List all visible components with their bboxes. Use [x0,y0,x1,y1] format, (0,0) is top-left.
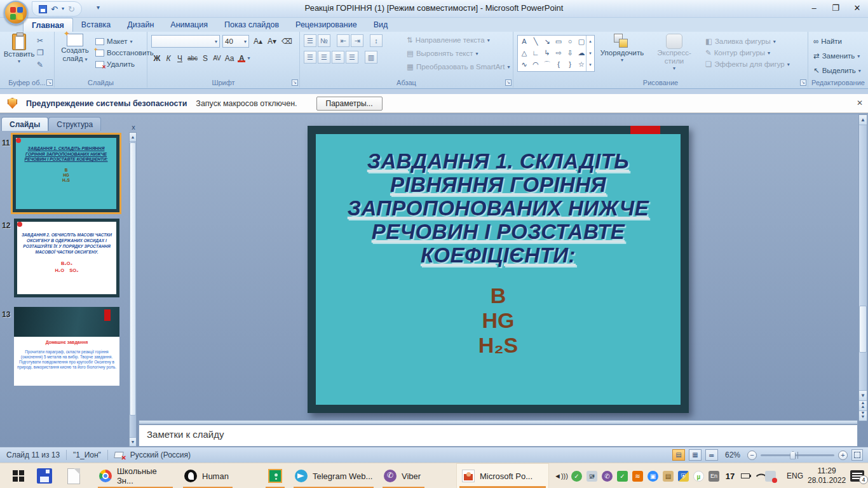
scroll-thumb[interactable] [859,306,867,353]
shapes-scroll-down-icon[interactable]: ▼ [587,48,594,60]
utorrent-icon[interactable]: µ [693,471,704,482]
strikethrough-button[interactable]: abc [186,52,200,64]
zoom-app-icon[interactable]: ▣ [648,471,658,482]
tab-design[interactable]: Дизайн [119,18,162,32]
align-center-button[interactable]: ☰ [318,51,330,64]
clock[interactable]: 11:29 28.01.2022 [808,466,846,485]
paste-button[interactable]: Вставить ▾ [3,34,36,64]
notes-pane[interactable]: Заметки к слайду [139,424,858,447]
notes-splitter[interactable] [139,420,858,424]
tab-outline[interactable]: Структура [48,117,101,131]
shape-arc-icon[interactable]: ◠ [530,59,541,71]
thumbnails-scroll-up-icon[interactable]: ▲ [130,133,136,142]
font-color-dropdown-icon[interactable]: ▾ [247,55,250,61]
align-left-button[interactable]: ☰ [304,51,316,64]
align-text-button[interactable]: ▤ Выровнять текст▾ [407,48,510,59]
select-button[interactable]: ↖Выделить▾ [813,65,861,76]
scroll-up-icon[interactable]: ▲ [859,115,867,125]
battery-icon[interactable] [741,471,752,482]
zoom-slider[interactable] [761,454,834,456]
numbering-button[interactable]: № [318,34,330,47]
defender-icon[interactable]: ⛨ [678,471,689,482]
copy-icon[interactable]: ❐ [37,48,44,58]
zoom-level[interactable]: 62% [722,451,743,459]
taskbar-classroom-app[interactable] [263,463,287,488]
shape-effects-button[interactable]: ❏ Эффекты для фигур▾ [705,58,790,70]
taskbar-floppy-app[interactable] [37,463,52,488]
shape-scribble-icon[interactable]: ∿ [519,59,530,71]
arrange-button[interactable]: Упорядочить ▾ [599,34,646,63]
shrink-font-icon[interactable]: А▾ [266,35,278,46]
slide-title[interactable]: ЗАВДАННЯ 1. СКЛАДІТЬ РІВНЯННЯ ГОРІННЯ ЗА… [318,149,678,267]
clipboard-tray-icon[interactable]: ▤ [663,471,674,482]
tab-animation[interactable]: Анимация [162,18,216,32]
text-direction-button[interactable]: ⇅ Направление текста▾ [407,34,510,46]
tab-insert[interactable]: Вставка [73,18,119,32]
slide-13-thumbnail[interactable]: Домашнє завдання Прочитати параграф, скл… [14,307,119,386]
close-button[interactable]: ✕ [846,0,868,18]
panel-close-icon[interactable]: x [129,123,138,131]
paragraph-dialog-launcher[interactable]: ↘ [505,79,512,86]
language-indicator[interactable]: Русский (Россия) [130,451,191,459]
increase-indent-button[interactable]: ⇥ [351,34,363,47]
shape-triangle-icon[interactable]: △ [519,48,530,59]
justify-button[interactable]: ☰ [346,51,358,64]
reset-button[interactable]: Восстановить [95,47,154,58]
sync-ok-icon[interactable]: ✓ [571,471,582,482]
clipboard-dialog-launcher[interactable]: ↘ [46,79,53,86]
shape-fill-button[interactable]: ◧ Заливка фигуры▾ [705,36,790,47]
counter-tray-icon[interactable]: 17 [724,471,736,482]
zoom-out-button[interactable]: − [747,451,757,460]
replace-button[interactable]: ⇄Заменить▾ [813,50,861,62]
text-shadow-button[interactable]: S [200,52,211,64]
slide-11-thumbnail[interactable]: ЗАВДАННЯ 1. СКЛАДІТЬ РІВНЯННЯ ГОРІННЯ ЗА… [13,135,119,212]
keyboard-language[interactable]: ENG [787,471,803,482]
delete-slide-button[interactable]: Удалить [95,58,154,70]
zoom-slider-thumb[interactable] [790,451,796,459]
slideshow-button[interactable]: 🝙 [705,449,718,461]
grow-font-icon[interactable]: А▴ [252,35,264,46]
character-spacing-button[interactable]: AV [211,52,223,64]
viber-tray-icon[interactable]: ✆ [602,471,613,482]
thumbnails-scroll-down-icon[interactable]: ▼ [130,437,136,446]
font-name-combo[interactable]: ▾ [151,35,220,48]
scroll-down-icon[interactable]: ▼ [859,390,867,400]
main-scrollbar[interactable]: ▲ ▼ ▲▲ ▼▼ [858,114,867,421]
bullets-button[interactable]: ☰ [304,34,316,47]
bold-button[interactable]: Ж [151,52,163,64]
spellcheck-icon[interactable]: ✕ [114,451,125,459]
font-color-button[interactable]: А [236,52,247,64]
volume-icon[interactable]: ◄))) [554,471,567,482]
underline-button[interactable]: Ч [174,52,186,64]
convert-smartart-button[interactable]: ▦ Преобразовать в SmartArt▾ [407,61,510,72]
shape-elbow-arrow-icon[interactable]: ↳ [541,48,553,59]
shape-right-arrow-icon[interactable]: ⇨ [553,48,564,59]
previous-slide-button[interactable]: ▲▲ [859,400,867,410]
format-painter-icon[interactable]: ✎ [37,60,44,70]
taskbar-viber-app[interactable]: ✆ Viber [380,463,427,488]
shapes-more-icon[interactable]: ▼ [587,59,594,71]
zoom-in-button[interactable]: + [838,451,848,460]
change-case-button[interactable]: Aa [223,52,236,64]
new-slide-button[interactable]: Создать слайд ▾ [57,34,93,64]
antivirus-shield-icon[interactable]: ✓ [617,471,628,482]
slide-canvas[interactable]: ЗАВДАННЯ 1. СКЛАДІТЬ РІВНЯННЯ ГОРІННЯ ЗА… [308,126,689,413]
align-right-button[interactable]: ☰ [332,51,344,64]
shapes-scroll-up-icon[interactable]: ▲ [587,36,594,48]
pc-status-icon[interactable]: 🖳 [587,471,597,482]
office-button[interactable] [4,1,28,25]
shape-rect-icon[interactable]: ▭ [553,36,564,48]
normal-view-button[interactable]: ▤ [672,449,685,461]
decrease-indent-button[interactable]: ⇤ [337,34,349,47]
slide-formulas[interactable]: B HG H₂S [316,283,681,358]
find-button[interactable]: ∞Найти [813,36,861,47]
shape-arrow-icon[interactable]: ↘ [541,36,553,48]
next-slide-button[interactable]: ▼▼ [859,410,867,421]
line-spacing-button[interactable]: ↕ [370,34,383,47]
restore-button[interactable]: ❐ [825,0,846,18]
taskbar-powerpoint-app[interactable]: Microsoft Po... [456,463,549,488]
taskbar-human-app[interactable]: Human [180,463,235,488]
taskbar-telegram-app[interactable]: Telegram Web... [291,463,376,488]
notification-center-icon[interactable]: 4 [850,470,864,482]
shape-textbox-icon[interactable]: A [519,36,530,48]
